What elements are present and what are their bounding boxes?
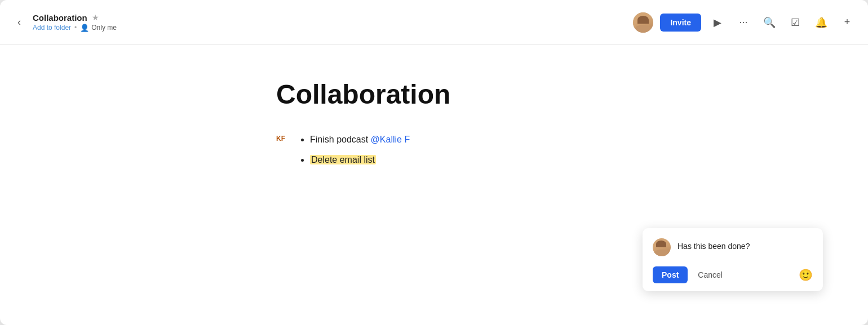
play-button[interactable]: ▶ xyxy=(708,13,727,32)
title-row: Collaboration ★ xyxy=(33,13,117,23)
visibility-label: Only me xyxy=(91,24,117,32)
document-heading: Collaboration xyxy=(276,79,592,110)
comment-header: Has this been done? xyxy=(653,238,813,256)
toolbar: ‹ Collaboration ★ Add to folder • 👤 Only… xyxy=(0,0,868,45)
more-button[interactable]: ··· xyxy=(734,13,753,32)
search-icon: 🔍 xyxy=(763,16,776,29)
mention-kallie[interactable]: @Kallie F xyxy=(371,135,410,144)
app-window: ‹ Collaboration ★ Add to folder • 👤 Only… xyxy=(0,0,868,325)
post-button[interactable]: Post xyxy=(653,266,688,283)
more-icon: ··· xyxy=(739,16,747,28)
comment-actions: Post Cancel 🙂 xyxy=(653,266,813,283)
separator-dot: • xyxy=(74,24,77,32)
back-button[interactable]: ‹ xyxy=(11,15,27,30)
task-list: Finish podcast @Kallie F Delete email li… xyxy=(299,132,410,172)
document-title: Collaboration xyxy=(33,13,87,23)
author-badge: KF xyxy=(276,135,290,143)
emoji-button[interactable]: 🙂 xyxy=(799,268,813,282)
toolbar-left: ‹ Collaboration ★ Add to folder • 👤 Only… xyxy=(11,13,117,32)
bell-button[interactable]: 🔔 xyxy=(812,13,831,32)
comment-popup: Has this been done? Post Cancel 🙂 xyxy=(643,228,823,291)
list-item: Finish podcast @Kallie F xyxy=(310,132,410,147)
task-text-2: Delete email list xyxy=(310,155,376,164)
main-content: Collaboration KF Finish podcast @Kallie … xyxy=(0,45,868,325)
person-icon: 👤 xyxy=(80,24,89,32)
subtitle-row: Add to folder • 👤 Only me xyxy=(33,24,117,32)
check-icon: ☑ xyxy=(791,16,800,29)
add-to-folder-link[interactable]: Add to folder xyxy=(33,24,71,32)
document-body: Collaboration KF Finish podcast @Kallie … xyxy=(242,79,626,172)
task-text-1: Finish podcast xyxy=(310,135,371,144)
toolbar-right: Invite ▶ ··· 🔍 ☑ 🔔 + xyxy=(633,12,857,33)
search-button[interactable]: 🔍 xyxy=(760,13,779,32)
visibility-group: 👤 Only me xyxy=(80,24,117,32)
list-item: Delete email list xyxy=(310,153,410,167)
play-icon: ▶ xyxy=(714,16,721,29)
bell-icon: 🔔 xyxy=(815,16,827,29)
cancel-button[interactable]: Cancel xyxy=(692,266,728,283)
plus-icon: + xyxy=(844,16,851,28)
task-area: KF Finish podcast @Kallie F Delete email… xyxy=(276,132,592,172)
comment-text: Has this been done? xyxy=(677,238,750,252)
user-avatar[interactable] xyxy=(633,12,653,33)
add-button[interactable]: + xyxy=(838,13,857,32)
checklist-button[interactable]: ☑ xyxy=(786,13,805,32)
back-icon: ‹ xyxy=(17,16,21,28)
comment-avatar xyxy=(653,238,671,256)
avatar-image xyxy=(633,12,653,33)
invite-button[interactable]: Invite xyxy=(660,14,701,32)
star-icon[interactable]: ★ xyxy=(92,13,99,22)
title-area: Collaboration ★ Add to folder • 👤 Only m… xyxy=(33,13,117,32)
